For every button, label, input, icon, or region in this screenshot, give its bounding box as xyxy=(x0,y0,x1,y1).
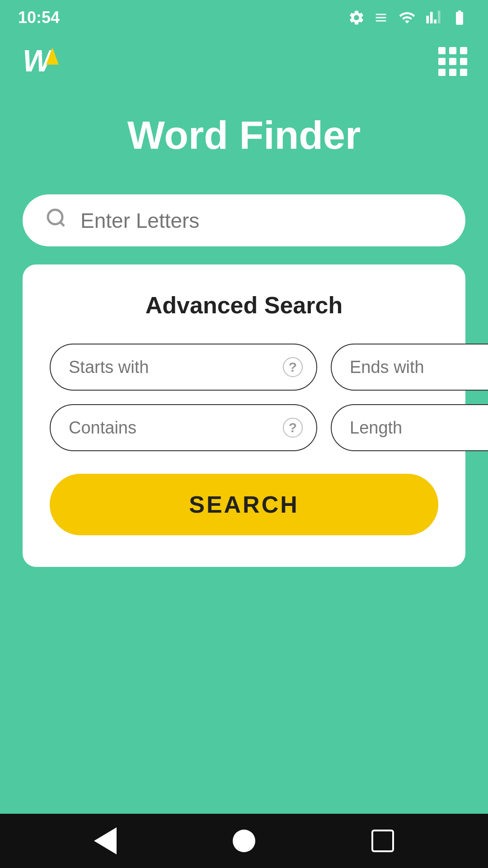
svg-line-1 xyxy=(60,222,64,226)
main-content: Word Finder Advanced Search ? xyxy=(0,85,488,567)
logo: W xyxy=(23,45,59,76)
grid-dot-4 xyxy=(438,58,446,65)
logo-text: W xyxy=(23,45,50,76)
back-icon xyxy=(94,827,117,854)
wifi-icon xyxy=(397,9,418,26)
nav-bar xyxy=(0,814,488,868)
grid-dot-3 xyxy=(460,47,467,54)
starts-with-input[interactable] xyxy=(69,358,283,377)
grid-dot-8 xyxy=(449,69,456,76)
top-bar: W xyxy=(0,36,488,85)
grid-dot-2 xyxy=(449,47,456,54)
grid-dot-9 xyxy=(460,69,467,76)
contains-wrapper[interactable]: ? xyxy=(50,404,317,451)
main-search-bar[interactable] xyxy=(23,194,465,246)
length-input[interactable] xyxy=(350,418,488,438)
grid-dot-5 xyxy=(449,58,456,65)
grid-dot-6 xyxy=(460,58,467,65)
grid-dot-7 xyxy=(438,69,446,76)
contains-help-icon[interactable]: ? xyxy=(283,418,303,438)
advanced-search-card: Advanced Search ? ? ? xyxy=(23,264,465,567)
grid-dot-1 xyxy=(438,47,446,54)
status-icons xyxy=(348,9,470,26)
home-icon xyxy=(233,830,255,852)
settings-icon xyxy=(348,9,365,26)
starts-with-wrapper[interactable]: ? xyxy=(50,344,317,391)
grid-menu-icon[interactable] xyxy=(438,47,465,74)
length-wrapper[interactable]: ? xyxy=(331,404,488,451)
contains-input[interactable] xyxy=(69,418,283,438)
recent-icon xyxy=(371,830,394,852)
status-bar: 10:54 xyxy=(0,0,488,32)
nav-back-button[interactable] xyxy=(87,823,123,859)
nav-recent-button[interactable] xyxy=(365,823,401,859)
storage-icon xyxy=(373,9,389,26)
advanced-inputs-grid: ? ? ? ? xyxy=(50,344,438,451)
svg-point-0 xyxy=(48,210,62,224)
search-button[interactable]: SEARCH xyxy=(50,474,438,535)
page-title: Word Finder xyxy=(127,112,361,158)
signal-icon xyxy=(426,9,441,26)
nav-home-button[interactable] xyxy=(226,823,262,859)
letters-input[interactable] xyxy=(80,208,443,233)
ends-with-input[interactable] xyxy=(350,358,488,377)
ends-with-wrapper[interactable]: ? xyxy=(331,344,488,391)
starts-with-help-icon[interactable]: ? xyxy=(283,357,303,377)
advanced-search-title: Advanced Search xyxy=(50,292,438,319)
search-icon xyxy=(45,207,67,234)
status-time: 10:54 xyxy=(18,8,60,27)
battery-icon xyxy=(449,9,470,26)
